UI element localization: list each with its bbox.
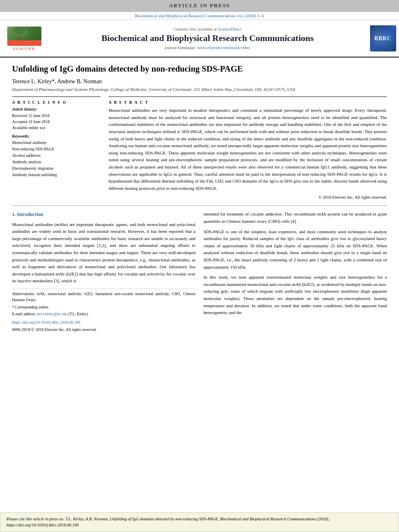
intro-paragraph1: Monoclonal antibodies (mAbs) are importa… — [12, 221, 195, 285]
keywords-list: Monoclonal antibody Non-reducing SDS-PAG… — [12, 140, 101, 178]
article-history-label: Article history: — [12, 107, 101, 111]
email-label: E-mail address: — [12, 312, 37, 316]
svg-point-1 — [13, 27, 25, 35]
abstract-text: Monoclonal antibodies are very important… — [109, 107, 387, 192]
email-note: E-mail address: terry.kirley@uc.edu (T.L… — [12, 311, 195, 317]
authors-text: Terence L. Kirley*, Andrew B. Norman — [12, 78, 102, 84]
journal-header-center: Contents lists available at ScienceDirec… — [48, 23, 367, 53]
journal-header-left: ELSEVIER — [0, 23, 48, 53]
main-col-right: intended for treatment of cocaine addict… — [204, 211, 387, 333]
journal-header: ELSEVIER Contents lists available at Sci… — [0, 20, 399, 58]
journal-ref-line: Biochemical and Biophysical Research Com… — [0, 12, 399, 20]
copyright-line: © 2018 Elsevier Inc. All rights reserved… — [109, 195, 387, 199]
affiliation-line: Department of Pharmacology and Systems P… — [12, 87, 387, 92]
journal-homepage-line: journal homepage: www.elsevier.com/locat… — [165, 45, 250, 50]
contents-available: Contents lists available at ScienceDirec… — [173, 27, 241, 31]
keywords-label: Keywords: — [12, 134, 101, 138]
article-info-abstract-section: A R T I C L E I N F O Article history: R… — [12, 97, 387, 199]
bbrc-logo: BBRC — [370, 25, 396, 51]
article-body: Unfolding of IgG domains detected by non… — [0, 58, 399, 512]
journal-title: Biochemical and Biophysical Research Com… — [101, 33, 314, 43]
article-in-press-banner: ARTICLE IN PRESS — [0, 0, 399, 12]
introduction-heading: 1. Introduction — [12, 211, 195, 218]
abstract-heading: A B S T R A C T — [109, 100, 387, 105]
corresponding-note: * Corresponding author. — [12, 304, 195, 310]
article-title: Unfolding of IgG domains detected by non… — [12, 64, 387, 74]
citation-bar: Please cite this article in press as: T.… — [0, 512, 399, 532]
article-received: Received 12 June 2018 Accepted 19 June 2… — [12, 113, 101, 131]
article-info-column: A R T I C L E I N F O Article history: R… — [12, 97, 101, 199]
email-name: (T.L. Kirley). — [68, 312, 89, 316]
authors-line: Terence L. Kirley*, Andrew B. Norman — [12, 78, 387, 85]
elsevier-logo — [7, 27, 41, 46]
citation-bar-text: Please cite this article in press as: T.… — [6, 517, 329, 528]
article-info-heading: A R T I C L E I N F O — [12, 100, 101, 105]
abbreviations-note: Abbreviations: mAb, monoclonal antibody;… — [12, 291, 195, 303]
issn-line: 0006-291X/© 2018 Elsevier Inc. All right… — [12, 327, 195, 333]
journal-ref-text: Biochemical and Biophysical Research Com… — [135, 13, 264, 18]
abstract-column: A B S T R A C T Monoclonal antibodies ar… — [109, 97, 387, 199]
journal-header-right: BBRC — [367, 23, 399, 53]
elsevier-logo-box: ELSEVIER — [5, 27, 43, 51]
email-link[interactable]: terry.kirley@uc.edu — [37, 312, 68, 316]
sciencedirect-link[interactable]: ScienceDirect — [218, 27, 242, 31]
footnote-section: Abbreviations: mAb, monoclonal antibody;… — [12, 289, 195, 333]
intro-paragraph2: intended for treatment of cocaine addict… — [204, 211, 387, 225]
intro-paragraph4: In this work, we note apparent overestim… — [204, 274, 387, 316]
section-divider — [12, 205, 387, 206]
main-body-columns: 1. Introduction Monoclonal antibodies (m… — [12, 211, 387, 333]
elsevier-label: ELSEVIER — [13, 47, 35, 51]
doi-link[interactable]: https://doi.org/10.1016/j.bbrc.2018.06.1… — [12, 319, 195, 326]
banner-text: ARTICLE IN PRESS — [169, 2, 230, 8]
intro-paragraph3: SDS-PAGE is one of the simplest, least e… — [204, 228, 387, 271]
main-col-left: 1. Introduction Monoclonal antibodies (m… — [12, 211, 195, 333]
svg-rect-2 — [18, 35, 21, 39]
journal-homepage-link[interactable]: www.elsevier.com/locate/ybbrc — [197, 45, 250, 50]
page: ARTICLE IN PRESS Biochemical and Biophys… — [0, 0, 399, 532]
